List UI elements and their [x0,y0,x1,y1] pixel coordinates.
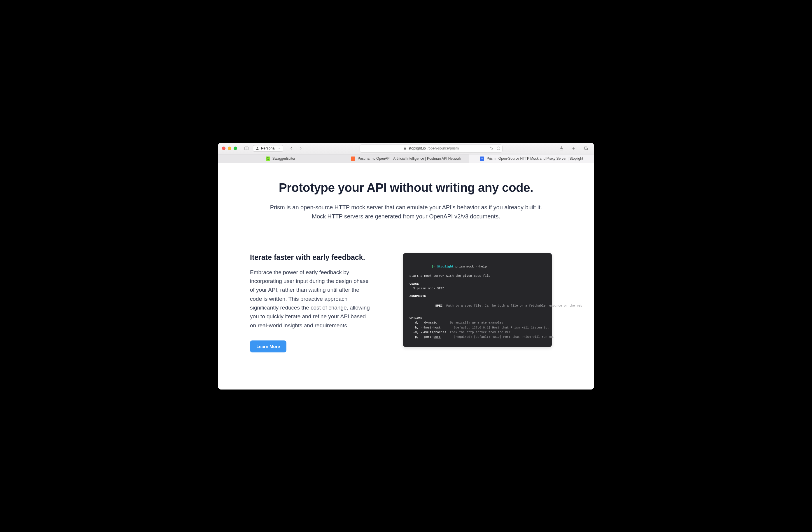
terminal-description: Start a mock server with the given spec … [409,274,546,278]
tab-stoplight[interactable]: Prism | Open-Source HTTP Mock and Proxy … [469,154,594,163]
option-row: -m, --multiprocess Fork the http server … [409,330,546,335]
arguments-heading: ARGUMENTS [409,294,546,298]
new-tab-button[interactable] [570,144,578,152]
feature-title: Iterate faster with early feedback. [250,253,373,262]
person-icon [256,146,259,150]
address-path: /open-source/prism [427,146,459,150]
sidebar-toggle-button[interactable] [242,144,250,152]
hero-title: Prototype your API without writing any c… [250,181,562,195]
feature-text: Iterate faster with early feedback. Embr… [250,253,373,353]
postman-favicon-icon [351,156,355,161]
page-content: Prototype your API without writing any c… [218,163,594,390]
share-button[interactable] [557,144,566,152]
tab-swagger[interactable]: SwaggerEditor [218,154,343,163]
profile-switcher[interactable]: Personal [253,145,283,152]
options-heading: OPTIONS [409,316,546,320]
feature-body: Embrace the power of early feedback by i… [250,268,373,330]
terminal-command: prism mock --help [455,265,487,268]
nav-buttons [287,144,305,152]
traffic-lights [222,146,237,150]
reload-icon[interactable] [496,146,501,150]
address-bar[interactable]: stoplight.io/open-source/prism [360,144,503,152]
usage-heading: USAGE [409,281,546,286]
browser-window: Personal stoplight.io/open-source/prism [218,143,594,390]
svg-rect-7 [584,147,587,150]
profile-label: Personal [261,146,275,150]
fullscreen-window-button[interactable] [234,146,237,150]
chevron-down-icon [278,147,280,150]
hero-subtitle: Prism is an open-source HTTP mock server… [266,203,546,221]
translate-icon[interactable] [489,146,493,150]
close-window-button[interactable] [222,146,226,150]
terminal: [→ Stoplight prism mock --help Start a m… [403,253,552,347]
tab-postman[interactable]: Postman to OpenAPI | Artificial Intellig… [343,154,469,163]
svg-rect-0 [245,147,248,150]
learn-more-button[interactable]: Learn More [250,340,286,352]
stoplight-favicon-icon [480,156,484,161]
arg-name: SPEC [432,304,443,307]
forward-button[interactable] [296,144,305,152]
option-row: -h, --host=host [default: 127.0.0.1] Hos… [409,325,546,330]
svg-point-2 [257,147,258,148]
minimize-window-button[interactable] [228,146,231,150]
lock-icon [403,147,407,150]
address-host: stoplight.io [408,146,426,150]
arg-desc: Path to a spec file. Can be both a file … [443,304,582,307]
tab-label: Postman to OpenAPI | Artificial Intellig… [358,156,461,160]
tab-label: Prism | Open-Source HTTP Mock and Proxy … [487,156,583,160]
prompt-arrow-icon: [→ [432,265,437,268]
back-button[interactable] [287,144,295,152]
titlebar: Personal stoplight.io/open-source/prism [218,143,594,154]
svg-rect-3 [404,148,406,150]
tab-strip: SwaggerEditor Postman to OpenAPI | Artif… [218,154,594,163]
option-row: -p, --port=port (required) [default: 401… [409,335,546,339]
prompt-host: Stoplight [437,265,454,268]
terminal-illustration: [→ Stoplight prism mock --help Start a m… [393,253,562,347]
swagger-favicon-icon [266,156,270,161]
tab-label: SwaggerEditor [272,156,295,160]
tab-overview-button[interactable] [582,144,590,152]
feature-section: Iterate faster with early feedback. Embr… [250,253,562,353]
usage-line: $ prism mock SPEC [409,286,546,291]
option-row: -d, --dynamic Dynamically generate examp… [409,320,546,325]
